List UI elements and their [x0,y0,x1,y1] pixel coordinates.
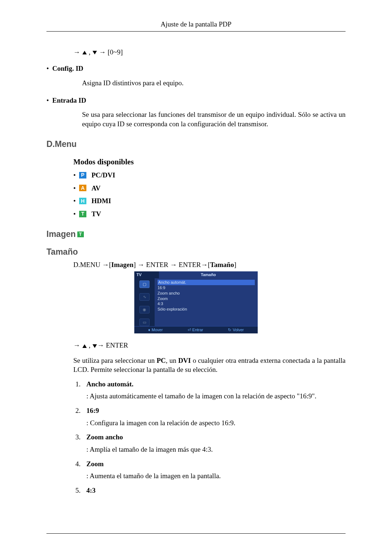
config-id-desc: Asigna ID distintivos para el equipo. [82,78,346,88]
badge-a-icon: A [79,185,86,191]
osd-side-icon-sound: ∿ [139,293,150,301]
menu-path: D.MENU →[Imagen] → ENTER → ENTER→[Tamaño… [73,260,346,270]
mode-tv: • T TV [73,209,346,219]
osd-footer-volver-label: Volver [233,327,244,333]
osd-footer-entrar-label: Entrar [192,327,203,333]
intro-dvi: DVI [178,357,191,364]
osd-item: 16:9 [158,285,255,291]
osd-body: ▢ ∿ ◉ ▭ Ancho automát. 16:9 Zoom ancho Z… [134,278,258,326]
list-title: 4:3 [86,486,346,495]
path-mid: ] → ENTER → ENTER→[ [134,261,210,268]
osd-side-icon-channel: ◉ [139,306,150,313]
osd-side-icon-setup: ▭ [139,319,150,326]
mode-tv-label: TV [91,209,101,219]
list-title: 16:9 [86,406,346,415]
list-num: 1. [73,379,81,389]
heading-imagen: Imagen T [46,229,346,240]
bullet-dot-icon: • [73,184,75,193]
path-post: ] [234,261,236,268]
heading-modos: Modos disponibles [73,157,346,167]
osd-sidebar: ▢ ∿ ◉ ▭ [134,278,155,326]
bullet-dot-icon: • [46,64,49,73]
mode-pc-label: PC/DVI [91,171,115,180]
down-icon [93,51,97,54]
osd-menu: Ancho automát. 16:9 Zoom ancho Zoom 4:3 … [155,278,258,326]
entrada-id-label: Entrada ID [52,96,86,105]
entrada-id-desc: Se usa para seleccionar las funciones de… [82,110,346,128]
osd-screenshot: TV Tamaño ▢ ∿ ◉ ▭ Ancho automát. 16:9 Zo… [134,271,258,333]
mode-hdmi-label: HDMI [91,196,111,206]
osd-item: 4:3 [158,301,255,307]
up-icon [82,344,87,348]
config-id-label: Config. ID [52,64,83,73]
list-desc-3: : Amplía el tamaño de la imagen más que … [86,445,346,454]
header-rule [46,31,346,32]
osd-top-right: Tamaño [159,271,258,278]
bullet-config-id: • Config. ID [46,64,346,73]
bullet-dot-icon: • [73,196,75,206]
path-imagen: Imagen [111,261,134,268]
list-desc-1: : Ajusta automáticamente el tamaño de la… [86,391,346,401]
intro-pc: PC [156,357,166,364]
enter-label: ENTER [106,341,128,349]
list-item-1: 1. Ancho automát. [73,379,346,389]
badge-h-icon: H [79,198,86,204]
modes-list: • P PC/DVI • A AV • H HDMI • T TV [73,171,346,219]
up-icon [82,51,87,54]
osd-footer-mover-label: Mover [152,327,163,333]
badge-t-icon: T [77,231,84,237]
down-icon [93,344,97,348]
osd-titlebar: TV Tamaño [134,271,258,278]
osd-footer-mover: ♦ Mover [148,327,163,333]
intro-mid: , un [166,357,178,364]
path-pre: D.MENU →[ [73,261,111,268]
heading-imagen-text: Imagen [46,229,76,240]
list-num: 4. [73,459,81,469]
tamano-intro: Se utiliza para seleccionar un PC, un DV… [73,356,346,374]
mode-av: • A AV [73,184,346,193]
bullet-dot-icon: • [73,171,75,180]
badge-t-icon: T [79,211,86,217]
mode-hdmi: • H HDMI [73,196,346,206]
list-num: 5. [73,486,81,495]
nav-range: [0~9] [108,48,123,56]
osd-item: Zoom ancho [158,291,255,296]
osd-top-left: TV [134,271,159,278]
list-item-3: 3. Zoom ancho [73,432,346,442]
list-title: Ancho automát. [86,379,346,389]
list-num: 3. [73,432,81,442]
list-title: Zoom [86,459,346,469]
list-desc-4: : Aumenta el tamaño de la imagen en la p… [86,471,346,481]
osd-item-selected: Ancho automát. [158,280,255,285]
heading-dmenu: D.Menu [46,139,346,150]
mode-av-label: AV [91,184,101,193]
footer-rule [46,533,346,534]
badge-p-icon: P [79,172,86,178]
list-num: 2. [73,406,81,415]
list-item-4: 4. Zoom [73,459,346,469]
nav-enter: → , → ENTER [73,341,346,350]
mode-pc: • P PC/DVI [73,171,346,180]
path-tamano: Tamaño [210,261,234,268]
bullet-dot-icon: • [46,96,49,105]
list-desc-2: : Configura la imagen con la relación de… [86,418,346,428]
intro-part1: Se utiliza para seleccionar un [73,357,156,364]
page: Ajuste de la pantalla PDP → , → [0~9] • … [0,0,392,554]
heading-tamano: Tamaño [46,246,346,258]
bullet-entrada-id: • Entrada ID [46,96,346,105]
osd-footer-volver: ↻ Volver [228,327,244,333]
list-item-5: 5. 4:3 [73,486,346,495]
osd-footer: ♦ Mover ⏎ Entrar ↻ Volver [134,326,258,333]
osd-side-icon-image: ▢ [139,280,150,288]
osd-footer-entrar: ⏎ Entrar [188,327,203,333]
list-title: Zoom ancho [86,432,346,442]
osd-item: Sólo exploración [158,307,255,312]
bullet-dot-icon: • [73,209,75,219]
list-item-2: 2. 16:9 [73,406,346,415]
osd-item: Zoom [158,296,255,301]
page-header: Ajuste de la pantalla PDP [46,20,346,29]
nav-sequence: → , → [0~9] [73,48,346,57]
